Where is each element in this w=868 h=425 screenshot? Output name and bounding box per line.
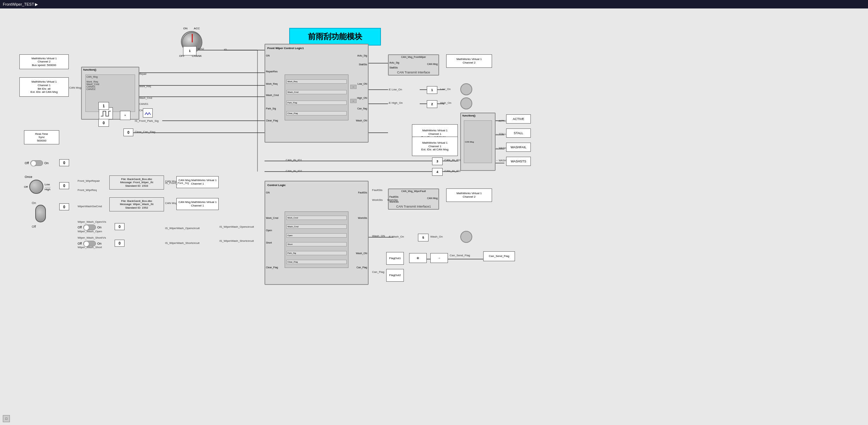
can-transmit-1-label: CAN Transmit Interface1 (389, 205, 438, 208)
ign2-label: IGN2 (198, 47, 204, 50)
ign2-value: 1 (189, 49, 190, 53)
output-circle-high (460, 97, 472, 109)
washsts-label: WASHSTS (511, 160, 526, 163)
can-msg-label-1: CAN Msg (69, 86, 81, 89)
toggle-track-1[interactable] (30, 160, 43, 166)
flag-out-1: FlagOut1 (386, 252, 404, 265)
once-label: Once (25, 175, 32, 179)
stall-output: STALL (506, 128, 531, 138)
park-sig-label: IS_Front_Park_Sig (135, 119, 159, 122)
work-sts-label-right: WorkSts (372, 198, 383, 202)
const-0-1: 0 (98, 119, 109, 127)
stall-label: STALL (514, 131, 523, 135)
const-0-park: 0 (123, 128, 133, 136)
can-in-id1-wire: CAN_IN_ID1 (286, 158, 302, 162)
real-time-sync: Real-TimeSync500000 (24, 130, 59, 144)
mathworks-can-2: CAN Msg MathWorks Virtual 1Channel 1 (176, 198, 219, 210)
front-wiper-control-logic: Front Wiper Control Logic1 GN RepairRes … (265, 44, 369, 143)
mathworks-virtual-1: MathWorks Virtual 1Channel 2Bus speed: 5… (19, 54, 69, 69)
const-wash-short: 0 (115, 240, 125, 247)
title-bar: FrontWiper_TEST ▶ (0, 0, 868, 8)
active-output: ACTIVE (506, 114, 531, 124)
toggle-off-on-1[interactable]: Off On (25, 160, 49, 166)
wiper-wash-short-vs-label: Wiper_Wash_Short/Vs (78, 236, 106, 239)
washfail-output: WASHFAIL (506, 143, 531, 152)
main-title-text: 前雨刮功能模块 (308, 32, 362, 41)
e-high-on-label: -E High_On (388, 101, 403, 104)
wiper-wash-open-vs-label: Wiper_Wash_Open/Vs (78, 220, 106, 223)
mathworks-function-input: MathWorks Virtual 1Channel 1Ext. IDs: al… (412, 137, 458, 156)
on-label: ON (183, 27, 188, 30)
e-wash-on-label: -E Wash_On (388, 235, 404, 238)
work-sts-connect: WorkSts (387, 198, 398, 202)
wash-on-num: 5 (418, 234, 429, 241)
toggle-off-short-label: Off (78, 242, 82, 245)
fault-sts-label: FaultSts (372, 188, 382, 192)
main-title-block: 前雨刮功能模块 (289, 28, 381, 46)
front-wipr-repair-label: Front_WiprRepair (78, 179, 100, 182)
toggle-on-label-1: On (44, 161, 49, 165)
bottom-left-icon[interactable]: □ (3, 415, 10, 422)
can-in-id2-wire: CAN_IN_ID2 (286, 169, 302, 173)
wiper-wash-short-label: Wiper_Wash_Short (78, 246, 102, 249)
wiper-wash-open-label: Wiper_Wash_Open (78, 230, 102, 233)
mathworks-virtual-2: MathWorks Virtual 1Channel 1Bit IDs: all… (19, 77, 69, 97)
const-rotary-1: 0 (59, 182, 69, 189)
off-2-label: Off (24, 185, 28, 188)
can-transmit-label: CAN Transmit Interface (389, 71, 438, 74)
low-on-label: Low_On (440, 88, 451, 91)
can-block-repair: File: BackGardi_Box.dbcMessage: Front_Wi… (109, 175, 164, 190)
toggle-off-label-1: Off (25, 161, 29, 165)
output-circle-low (460, 83, 472, 95)
acc-label: ACC (194, 27, 200, 30)
can-block-wash: File: BackGardi_Box.dbcMessage: Wiper_Wa… (109, 197, 164, 211)
mathworks-right-top: MathWorks Virtual 1Channel 2 (446, 54, 492, 68)
toggle-on-open-label: On (97, 226, 102, 229)
sum-block: + (120, 111, 130, 120)
can-send-flag-output: Can_Send_Flag (483, 251, 515, 261)
ig-label: IG (224, 48, 227, 51)
toggle-on-short-label: On (97, 242, 102, 245)
e-high-label: High (45, 187, 50, 191)
ign2-block: 1 (183, 46, 196, 55)
can-msg-label-wash: CAN Msg (165, 202, 177, 205)
e-low-on-label: -E Low_On (388, 88, 402, 91)
can-in-id2-label: CAN_IN_ID2 (444, 169, 461, 173)
function-block-right: function() CAN Msg → ACTIVE → STALL → WA… (460, 113, 496, 171)
wire-short-label: IS_WiperWash_Shortcircuit (219, 239, 254, 243)
can-transmit-interface: CAN_Msg_FrontWiper CAN Transmit Interfac… (388, 54, 439, 76)
wash-on-label: Wash_On (430, 235, 443, 238)
active-label: ACTIVE (513, 117, 524, 121)
rotary-once[interactable]: Off Low High (24, 180, 50, 194)
washsts-output: WASHSTS (506, 157, 531, 166)
can-in-id1-num: 3 (432, 157, 443, 165)
front-wipr-req-label: Front_WiprReq (78, 188, 97, 192)
off-3-label: Off (32, 225, 36, 228)
is-wiper-wash-short-label: IS_WiperWash_Shortcircuit (165, 241, 200, 245)
can-in-id1-label: CAN_IN_ID1 (444, 158, 461, 162)
sum-logic: ⊕ (409, 253, 427, 263)
wash-on-port-label: Wash_ON (372, 234, 385, 238)
rotary-vertical[interactable] (35, 205, 46, 222)
rotary-circle[interactable] (29, 180, 43, 194)
output-circle-wash (460, 231, 472, 243)
is-wiper-wash-open-label: IS_WiperWash_Opencircuit (165, 227, 200, 230)
toggle-track-open[interactable] (83, 225, 96, 230)
clear-can-flag-label: Clear_Can_Flag (135, 130, 155, 133)
mathworks-right-bottom: MathWorks Virtual 1Channel 2 (446, 188, 492, 202)
high-on-num: 2 (427, 100, 437, 108)
washfail-label: WASHFAIL (510, 145, 526, 149)
can-in-id2-num: 4 (432, 168, 443, 176)
flag-out-2: FlagOut2 (386, 269, 404, 282)
vertical-rotary-circle[interactable] (35, 205, 46, 222)
high-on-label: High_On (440, 101, 451, 104)
const-wash-open: 0 (115, 223, 125, 230)
const-toggle-1: 0 (59, 159, 69, 166)
scope-1 (143, 108, 153, 118)
const-1: 1 (98, 102, 109, 110)
wire-open-label: IS_WiperWash_Opencircuit (219, 225, 254, 228)
const-toggle-2: 0 (59, 203, 69, 210)
toggle-wash-open[interactable]: Off On (78, 225, 102, 230)
can-flag-label: Can_Flag (372, 270, 384, 274)
wiper-wash-label: WiperWashSwCmd (78, 205, 102, 208)
